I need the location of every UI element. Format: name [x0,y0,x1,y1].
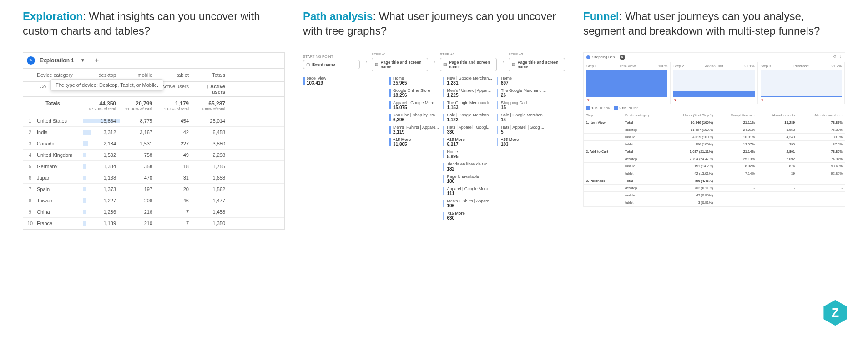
mobile-cell: 210 [119,219,155,227]
desktop-cell: 3,312 [82,128,119,136]
path-node[interactable]: Men's T-Shirts | Appare...2,119 [389,125,439,135]
node-name: Tienda en línea de Go... [447,162,492,166]
funnel-title: Shopping Beh... [592,55,618,59]
path-node[interactable]: Sale | Google Merchan...14 [497,113,546,122]
step-pill[interactable]: ▤ Page title and screen name [440,58,497,71]
path-node[interactable]: Men's T-Shirts | Appare...106 [443,199,492,208]
path-node[interactable]: +15 More31,805 [389,137,439,147]
path-node[interactable]: +15 More630 [443,211,492,221]
table-row[interactable]: 7 Spain 1,373 197 20 1,562 [23,184,284,195]
totals-all-pct: 100% of total [194,107,225,111]
step-label: Event name [312,62,335,67]
cell-device: mobile [623,133,665,140]
download-icon[interactable]: ⇩ [839,55,842,60]
exploration-tab-title[interactable]: Exploration 1 [40,57,74,64]
table-row[interactable]: 3 Canada 2,134 1,531 227 3,880 [23,138,284,150]
cell-ar: - [797,191,845,199]
legend-value: 13K [591,106,598,110]
path-node[interactable]: Apparel | Google Merc...111 [443,186,492,196]
step-label: Item View [620,64,636,68]
node-count: 14 [501,117,546,122]
chevron-down-icon[interactable]: ▼ [81,58,85,63]
step-pct: 100% [658,64,667,68]
cell-cr: 24.01% [715,126,757,133]
funnel-panel: Shopping Beh... ✕ ⟲ ⇩ Step 1Item View100… [583,52,845,207]
node-count: 6,396 [393,117,439,122]
desktop-cell: 1,168 [82,174,119,182]
tablet-cell: 42 [155,128,192,136]
step-pill[interactable]: ▢ Event name [303,60,360,69]
add-tab-button[interactable]: + [90,55,103,65]
table-row[interactable]: 2 India 3,312 3,167 42 6,458 [23,127,284,138]
funnel-row: mobile 4,019 (100%) 10.91% 4,243 89.3% [584,133,845,140]
settings-icon[interactable]: ✕ [620,55,625,60]
funnel-row: mobile 47 (0.95%) - - - [584,191,845,199]
table-row[interactable]: 8 Taiwan 1,227 208 46 1,477 [23,195,284,206]
cell-step [584,199,623,206]
funnel-step: Step 2Add to Cart21.1% ▼ [671,62,757,104]
path-node[interactable]: New | Google Merchan...1,281 [443,76,492,85]
tablet-cell: 454 [155,117,192,125]
path-node[interactable]: Men's / Unisex | Appar...1,225 [443,88,492,98]
step-pill[interactable]: ▤ Page title and screen name [509,58,565,71]
node-count: 15,075 [393,105,439,110]
col-desktop[interactable]: desktop [82,71,119,79]
path-node[interactable]: Home897 [497,76,546,85]
cell-ab: - [757,191,797,199]
path-node[interactable]: +15 More8,217 [443,137,492,147]
path-node[interactable]: YouTube | Shop by Bra...6,396 [389,113,439,122]
path-node[interactable]: page_view103,419 [303,76,344,85]
row-index: 6 [23,175,37,181]
path-node[interactable]: Hats | Apparel | Googl...5 [497,125,546,135]
table-row[interactable]: 9 China 1,236 216 7 1,458 [23,206,284,218]
cell-device: Total [623,148,665,155]
table-row[interactable]: 1 United States 15,884 8,775 454 25,014 [23,115,284,127]
path-node[interactable]: +15 More103 [497,137,546,147]
cell-device: desktop [623,155,665,162]
row-index: 3 [23,141,37,146]
path-node[interactable]: The Google Merchandi...26 [497,88,546,98]
table-row[interactable]: 6 Japan 1,168 470 31 1,658 [23,172,284,184]
path-node[interactable]: Google Online Store18,296 [389,88,439,98]
path-node[interactable]: Tienda en línea de Go...182 [443,162,492,171]
cell-ar: 78.89% [797,119,845,126]
cell-users: 2,794 (24.47%) [665,155,715,162]
cell-users: 3,687 (21.11%) [665,148,715,155]
path-node[interactable]: The Google Merchandi...1,153 [443,100,492,110]
node-count: 1,281 [447,80,492,85]
path-node[interactable]: Page Unavailable180 [443,174,492,184]
col-tablet[interactable]: tablet [155,71,192,79]
step-header: STEP +1 [372,52,429,56]
path-node[interactable]: Home25,965 [389,76,439,85]
step-pill[interactable]: ▤ Page title and screen name [372,58,429,71]
reset-icon[interactable]: ⟲ [833,55,836,60]
funnel-step: Step 3Purchase21.7% ▼ [758,62,845,104]
country-cell: United Kingdom [37,152,82,158]
path-node[interactable]: Sale | Google Merchan...1,122 [443,113,492,122]
col-totals[interactable]: Totals [192,71,228,79]
path-node[interactable]: Home5,895 [443,150,492,159]
cell-ab: 39 [757,170,797,177]
total-cell: 2,298 [192,151,228,159]
table-row[interactable]: 10 France 1,139 210 7 1,350 [23,218,284,229]
path-node[interactable]: Apparel | Google Merc...15,075 [389,100,439,110]
table-row[interactable]: 5 Germany 1,384 358 18 1,755 [23,161,284,172]
drop-arrow-icon: ▼ [586,98,667,102]
path-node[interactable]: Hats | Apparel | Googl...330 [443,125,492,135]
table-row[interactable]: 4 United Kingdom 1,502 758 49 2,298 [23,150,284,161]
node-name: The Google Merchandi... [501,88,546,93]
node-count: 1,122 [447,117,492,122]
legend-item: 2.8K 78.3% [614,106,638,110]
col-mobile[interactable]: mobile [119,71,155,79]
funnel-table: StepDevice categoryUsers (% of Step 1)Co… [584,112,845,206]
sub-totals-sort[interactable]: ↓ Active users [192,82,228,96]
country-cell: Taiwan [37,198,82,203]
totals-desktop-pct: 67.93% of total [85,107,116,111]
arrow-right-icon: → [432,59,436,64]
cell-device: tablet [623,170,665,177]
cell-users: 47 (0.95%) [665,191,715,199]
edit-icon[interactable]: ✎ [27,56,35,65]
step-n: Step 3 [761,64,771,68]
path-node[interactable]: Shopping Cart15 [497,100,546,110]
desktop-cell: 1,373 [82,185,119,193]
